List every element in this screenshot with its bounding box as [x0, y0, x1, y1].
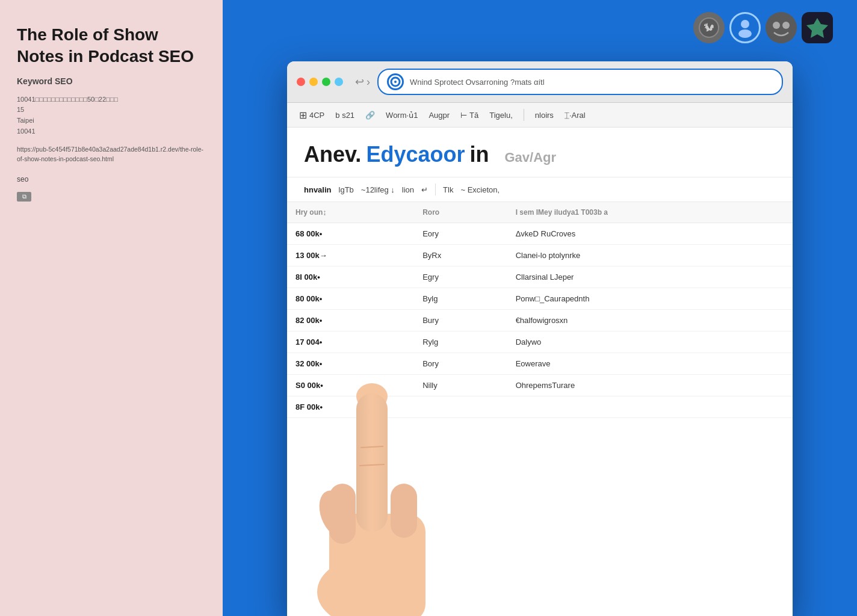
sidebar-meta-line1: 10041□□□□□□□□□□□□□50□22□□□	[17, 96, 118, 103]
table-row[interactable]: 17 004• Rylg Dalywo	[287, 331, 793, 353]
svg-point-20	[394, 81, 397, 83]
table-toolbar-arrow[interactable]: ↵	[421, 185, 428, 194]
table-toolbar-tlk[interactable]: Tlk	[443, 185, 453, 194]
cell-col3-8: OhrepemsTurare	[507, 375, 793, 396]
cell-vol-5: 82 00k•	[287, 310, 414, 331]
sidebar-label: Keyword SEO	[17, 76, 206, 86]
toolbar-tb-label-2: ~12lifeg ↓	[361, 185, 395, 194]
table-toolbar-divider	[435, 183, 436, 196]
toolbar-divider	[524, 109, 524, 121]
toolbar-item-tigelu[interactable]: Tigelu,	[489, 111, 513, 120]
sidebar-meta-line2: 15	[17, 106, 24, 113]
toolbar-label-augpr: Augpr	[428, 111, 450, 120]
cell-col3-3: Cllarsinal LJeper	[507, 266, 793, 288]
toolbar-item-nloirs[interactable]: nloirs	[535, 111, 554, 120]
toolbar-item-1[interactable]: b s21	[335, 111, 354, 120]
svg-point-5	[773, 22, 780, 29]
table-toolbar-lgtb[interactable]: lgTb	[339, 185, 354, 194]
table-toolbar-excieton[interactable]: ~ Excieton,	[460, 185, 500, 194]
toolbar-label-1: b s21	[335, 111, 354, 120]
cell-col3-9	[507, 396, 793, 418]
col-header-2: Roro	[414, 202, 507, 223]
header-highlight: Edycaoor	[366, 142, 465, 167]
table-row[interactable]: 82 00k• Bury €halfowigrosxn	[287, 310, 793, 331]
table-row[interactable]: S0 00k• Nilly OhrepemsTurare	[287, 375, 793, 396]
toolbar-tb-label-0: hnvalin	[304, 185, 332, 194]
toolbar-item-worm[interactable]: Worm·ủ1	[386, 111, 418, 120]
table-row[interactable]: 8I 00k• Egry Cllarsinal LJeper	[287, 266, 793, 288]
page-header-title: Anev. Edycaoor in Gav/Agr	[304, 142, 776, 167]
cell-vol-3: 8I 00k•	[287, 266, 414, 288]
main-area: 🐿	[223, 0, 857, 616]
toolbar-item-aral[interactable]: ⌶·Aral	[565, 111, 586, 120]
tl-close[interactable]	[297, 78, 305, 86]
header-part1: Anev.	[304, 142, 361, 167]
sidebar-copy-icon[interactable]: ⧉	[17, 192, 31, 202]
svg-point-2	[741, 20, 749, 28]
table-container: Hry oun↨ Roro I sem IMey iludya1 T003b a…	[287, 202, 793, 616]
cell-col2-9	[414, 396, 507, 418]
toolbar-icon-2: 🔗	[365, 111, 375, 120]
table-body: 68 00k• Eory ΔvkeD RuCroves 13 00k→ ByRx…	[287, 223, 793, 418]
toolbar-item-2[interactable]: 🔗	[365, 111, 375, 120]
toolbar-label-aral: ⌶·Aral	[565, 111, 586, 120]
cell-col3-7: Eowerave	[507, 353, 793, 375]
table-row[interactable]: 80 00k• Bylg Ponw□_Caurapednth	[287, 288, 793, 310]
browser-chrome: ↩ › Wnind Sprotect Ovsarroning ?mats αít…	[287, 61, 793, 103]
top-icon-2[interactable]	[729, 12, 761, 43]
table-row[interactable]: 13 00k→ ByRx Clanei-lo ptolynrke	[287, 245, 793, 266]
browser-logo	[387, 73, 404, 90]
browser-toolbar: ⊞ 4CP b s21 🔗 Worm·ủ1 Augpr ⊢ Tā	[287, 103, 793, 128]
top-icon-4[interactable]	[802, 12, 833, 43]
cell-col2-2: ByRx	[414, 245, 507, 266]
col-header-1: Hry oun↨	[287, 202, 414, 223]
cell-col2-4: Bylg	[414, 288, 507, 310]
browser-window: ↩ › Wnind Sprotect Ovsarroning ?mats αít…	[287, 61, 793, 616]
toolbar-icon-ta: ⊢	[460, 111, 467, 120]
sidebar: The Role of Show Notes in Podcast SEO Ke…	[0, 0, 223, 616]
nav-arrows: ↩ ›	[355, 75, 370, 88]
sidebar-url: https://pub-5c454f571b8e40a3a2aad27ade84…	[17, 145, 206, 164]
sidebar-meta-line3: Taipei	[17, 117, 34, 124]
cell-vol-7: 32 00k•	[287, 353, 414, 375]
cell-col3-4: Ponw□_Caurapednth	[507, 288, 793, 310]
cell-vol-6: 17 004•	[287, 331, 414, 353]
toolbar-tb-label-1: lgTb	[339, 185, 354, 194]
table-toolbar-hnvalin[interactable]: hnvalin	[304, 185, 332, 194]
cell-vol-9: 8F 00k•	[287, 396, 414, 418]
cell-col2-3: Egry	[414, 266, 507, 288]
address-bar[interactable]: Wnind Sprotect Ovsarroning ?mats αítl	[377, 69, 783, 95]
cell-col2-1: Eory	[414, 223, 507, 245]
table-row[interactable]: 8F 00k•	[287, 396, 793, 418]
tl-extra[interactable]	[335, 78, 343, 86]
toolbar-icon-0: ⊞	[299, 109, 307, 121]
table-row[interactable]: 32 00k• Bory Eowerave	[287, 353, 793, 375]
table-toolbar-lion[interactable]: lion	[402, 185, 414, 194]
top-icon-3[interactable]	[766, 12, 797, 43]
back-icon[interactable]: ↩	[355, 75, 364, 88]
toolbar-label-worm: Worm·ủ1	[386, 111, 418, 120]
tl-minimize[interactable]	[309, 78, 318, 86]
traffic-lights	[297, 78, 343, 86]
toolbar-item-augpr[interactable]: Augpr	[428, 111, 450, 120]
toolbar-tb-label-6: ~ Excieton,	[460, 185, 500, 194]
forward-icon[interactable]: ›	[367, 76, 370, 88]
svg-point-6	[782, 22, 790, 29]
toolbar-item-0[interactable]: ⊞ 4CP	[299, 109, 324, 121]
table-toolbar: hnvalin lgTb ~12lifeg ↓ lion ↵	[287, 177, 793, 202]
table-toolbar-lifeg[interactable]: ~12lifeg ↓	[361, 185, 395, 194]
top-icon-1[interactable]: 🐿	[693, 12, 725, 43]
header-subtitle: Gav/Agr	[504, 150, 556, 165]
cell-col2-6: Rylg	[414, 331, 507, 353]
toolbar-item-ta[interactable]: ⊢ Tā	[460, 111, 478, 120]
toolbar-label-tigelu: Tigelu,	[489, 111, 513, 120]
cell-col2-7: Bory	[414, 353, 507, 375]
cell-col3-1: ΔvkeD RuCroves	[507, 223, 793, 245]
sidebar-title: The Role of Show Notes in Podcast SEO	[17, 24, 206, 68]
tl-fullscreen[interactable]	[322, 78, 330, 86]
sidebar-meta-line4: 10041	[17, 128, 36, 135]
cell-vol-2: 13 00k→	[287, 245, 414, 266]
data-table: Hry oun↨ Roro I sem IMey iludya1 T003b a…	[287, 202, 793, 418]
table-row[interactable]: 68 00k• Eory ΔvkeD RuCroves	[287, 223, 793, 245]
cell-vol-1: 68 00k•	[287, 223, 414, 245]
